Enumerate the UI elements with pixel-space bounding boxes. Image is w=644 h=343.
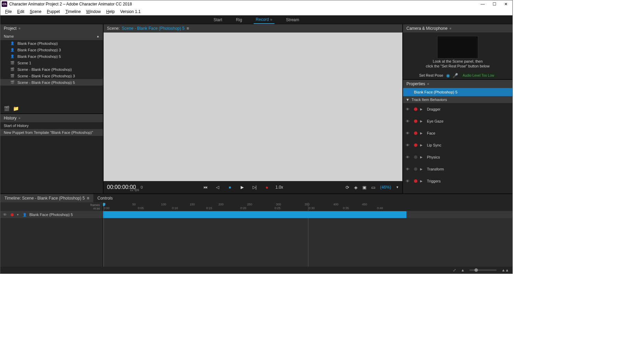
project-item[interactable]: 🎬Scene 1 (0, 60, 103, 66)
camera-panel-header[interactable]: Camera & Microphone ≡ (403, 24, 512, 33)
visibility-icon[interactable]: 👁 (406, 131, 411, 135)
menu-file[interactable]: File (2, 9, 14, 15)
history-item[interactable]: New Puppet from Template "Blank Face (Ph… (0, 129, 103, 136)
track-clip[interactable] (103, 211, 406, 218)
zoom-dropdown-icon[interactable]: ▼ (396, 186, 399, 189)
checker-icon[interactable]: ▭ (371, 185, 375, 190)
expand-arrow-icon[interactable]: ▶ (420, 179, 424, 183)
project-item[interactable]: 🎬Scene - Blank Face (Photoshop) 3 (0, 73, 103, 79)
camera-preview[interactable] (437, 36, 478, 59)
track-area[interactable]: 0501001502002503003504004500:000:050:100… (103, 202, 512, 267)
ws-tab-stream[interactable]: Stream (284, 16, 301, 24)
visibility-icon[interactable]: 👁 (3, 213, 8, 217)
arm-icon[interactable] (414, 119, 417, 123)
timeline-tab[interactable]: Timeline: Scene - Blank Face (Photoshop)… (0, 194, 93, 202)
timeline-zoom-slider[interactable] (469, 269, 497, 271)
project-item[interactable]: 👤Blank Face (Photoshop) 3 (0, 47, 103, 53)
behavior-row[interactable]: 👁▶Triggers (403, 175, 512, 187)
history-item[interactable]: Start of History (0, 122, 103, 129)
expand-arrow-icon[interactable]: ▶ (420, 143, 424, 147)
collapse-arrow-icon[interactable]: ▼ (406, 98, 410, 102)
visibility-icon[interactable]: 👁 (406, 119, 411, 123)
behavior-row[interactable]: 👁▶Face (403, 127, 512, 139)
menu-version[interactable]: Version 1.1 (117, 9, 143, 15)
arm-icon[interactable] (414, 107, 417, 111)
step-back-button[interactable]: ◁ (214, 185, 222, 190)
expand-arrow-icon[interactable]: ▼ (16, 213, 20, 216)
behavior-row[interactable]: 👁▶Transform (403, 163, 512, 175)
menu-scene[interactable]: Scene (27, 9, 44, 15)
visibility-icon[interactable]: 👁 (406, 167, 411, 171)
scene-canvas[interactable] (104, 33, 402, 181)
arm-icon[interactable] (414, 179, 417, 183)
expand-arrow-icon[interactable]: ▶ (420, 119, 424, 123)
play-button[interactable]: ▶ (239, 185, 246, 190)
frame-number[interactable]: 0 (141, 185, 143, 189)
step-forward-button[interactable]: ▷| (251, 185, 258, 190)
zoom-out-icon[interactable]: ▲ (461, 268, 465, 272)
microphone-icon[interactable]: 🎤 (453, 73, 458, 78)
project-item[interactable]: 🎬Scene - Blank Face (Photoshop) 5 (0, 79, 103, 86)
menu-edit[interactable]: Edit (14, 9, 27, 15)
arm-icon[interactable] (414, 131, 417, 135)
sort-arrow-icon[interactable]: ▲ (96, 35, 99, 38)
menu-timeline[interactable]: Timeline (63, 9, 83, 15)
properties-selected-item[interactable]: 👤 Blank Face (Photoshop) 5 (403, 88, 512, 96)
3d-icon[interactable]: ◈ (354, 185, 358, 190)
panel-menu-icon[interactable]: ≡ (187, 26, 189, 31)
properties-panel-header[interactable]: Properties ≡ (403, 80, 512, 88)
ws-menu-icon[interactable]: ≡ (270, 18, 272, 22)
panel-menu-icon[interactable]: ≡ (450, 27, 451, 30)
visibility-icon[interactable]: 👁 (406, 155, 411, 159)
project-item[interactable]: 👤Blank Face (Photoshop) (0, 40, 103, 47)
new-scene-icon[interactable]: 🎬 (4, 106, 10, 111)
webcam-icon[interactable]: ◉ (446, 73, 450, 78)
arm-icon[interactable] (11, 213, 14, 216)
time-ruler[interactable]: 0501001502002503003504004500:000:050:100… (103, 202, 512, 211)
expand-arrow-icon[interactable]: ▶ (420, 131, 424, 135)
zoom-level[interactable]: (46%) (380, 185, 391, 190)
behaviors-section-header[interactable]: ▼ Track Item Behaviors (403, 96, 512, 103)
ws-tab-start[interactable]: Start (212, 16, 224, 24)
menu-window[interactable]: Window (83, 9, 104, 15)
arm-icon[interactable] (414, 155, 417, 159)
behavior-row[interactable]: 👁▶Eye Gaze (403, 115, 512, 127)
maximize-button[interactable]: ☐ (492, 2, 497, 7)
behavior-row[interactable]: 👁▶Lip Sync (403, 139, 512, 151)
zoom-in-icon[interactable]: ▲▲ (501, 268, 509, 272)
ws-tab-rig[interactable]: Rig (234, 16, 244, 24)
project-column-header[interactable]: Name ▲ (0, 33, 103, 40)
ws-tab-record[interactable]: Record≡ (254, 16, 274, 24)
close-button[interactable]: ✕ (504, 2, 508, 7)
expand-arrow-icon[interactable]: ▶ (420, 107, 424, 111)
panel-menu-icon[interactable]: ≡ (87, 196, 89, 201)
behavior-row[interactable]: 👁▶Physics (403, 151, 512, 163)
arm-icon[interactable] (414, 143, 417, 147)
visibility-icon[interactable]: 👁 (406, 179, 411, 183)
arm-icon[interactable] (414, 167, 417, 171)
track-row-header[interactable]: 👁 ▼ 👤 Blank Face (Photoshop) 5 (0, 211, 103, 218)
playhead[interactable] (104, 202, 104, 267)
project-panel-header[interactable]: Project ≡ (0, 24, 103, 33)
cast-icon[interactable]: ▣ (362, 185, 366, 190)
fit-icon[interactable]: ⤢ (453, 268, 456, 272)
expand-arrow-icon[interactable]: ▶ (420, 155, 424, 159)
history-panel-header[interactable]: History ≡ (0, 114, 103, 122)
project-item[interactable]: 👤Blank Face (Photoshop) 5 (0, 53, 103, 60)
minimize-button[interactable]: — (480, 2, 485, 7)
scene-name[interactable]: Scene - Blank Face (Photoshop) 5 (122, 26, 184, 31)
panel-menu-icon[interactable]: ≡ (427, 82, 429, 86)
expand-arrow-icon[interactable]: ▶ (420, 167, 424, 171)
behavior-row[interactable]: 👁▶Dragger (403, 103, 512, 115)
new-folder-icon[interactable]: 📁 (13, 106, 19, 111)
panel-menu-icon[interactable]: ≡ (18, 27, 20, 30)
visibility-icon[interactable]: 👁 (406, 107, 411, 111)
menu-help[interactable]: Help (104, 9, 118, 15)
playback-speed[interactable]: 1.0x (276, 185, 283, 190)
menu-puppet[interactable]: Puppet (44, 9, 63, 15)
record-button[interactable]: ● (263, 185, 271, 190)
go-to-start-button[interactable]: ⏮ (202, 185, 209, 190)
refresh-icon[interactable]: ⟳ (346, 185, 349, 190)
project-item[interactable]: 🎬Scene - Blank Face (Photoshop) (0, 66, 103, 73)
controls-tab[interactable]: Controls (93, 194, 117, 202)
